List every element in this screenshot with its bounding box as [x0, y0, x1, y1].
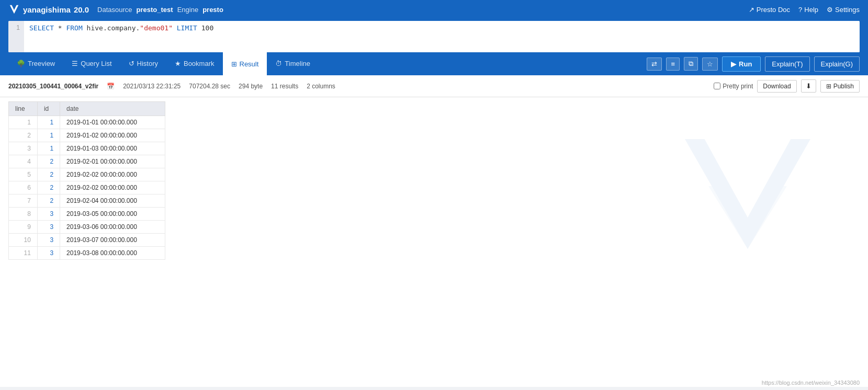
logo-icon [8, 4, 20, 15]
tab-history[interactable]: ↺ History [120, 52, 166, 75]
table-row: 522019-02-02 00:00:00.000 [9, 168, 165, 181]
pretty-print-checkbox[interactable] [714, 83, 720, 89]
copy-button[interactable]: ⧉ [684, 57, 698, 71]
editor-area: 1 SELECT * FROM hive.company."demo01" LI… [0, 19, 868, 52]
watermark [669, 123, 826, 282]
cell-id: 2 [37, 155, 60, 168]
cell-line: 4 [9, 155, 38, 168]
history-icon: ↺ [129, 60, 134, 67]
format-button[interactable]: ≡ [666, 58, 680, 71]
nav-left: yanagishima 20.0 Datasource presto_test … [8, 4, 223, 15]
table-row: 722019-02-04 00:00:00.000 [9, 194, 165, 208]
cell-date: 2019-02-04 00:00:00.000 [60, 194, 165, 208]
cell-line: 7 [9, 194, 38, 208]
external-link-icon: ↗ [749, 6, 754, 14]
table-row: 422019-02-01 00:00:00.000 [9, 155, 165, 168]
col-header-id: id [37, 102, 60, 116]
logo: yanagishima 20.0 [8, 4, 89, 15]
cell-date: 2019-02-02 00:00:00.000 [60, 181, 165, 194]
gear-icon: ⚙ [827, 6, 833, 14]
table-row: 112019-01-01 00:00:00.000 [9, 116, 165, 129]
table-header-row: line id date [9, 102, 165, 116]
duration: 707204.28 sec [189, 83, 230, 90]
top-nav: yanagishima 20.0 Datasource presto_test … [0, 0, 868, 19]
table-row: 832019-03-05 00:00:00.000 [9, 208, 165, 221]
result-meta: 20210305_100441_00064_v2fir 📅 2021/03/13… [8, 83, 335, 90]
table-row: 622019-02-02 00:00:00.000 [9, 181, 165, 194]
cell-line: 2 [9, 129, 38, 142]
columns-count: 2 columns [307, 83, 335, 90]
cell-id: 3 [37, 234, 60, 247]
app-name: yanagishima [23, 5, 71, 14]
toolbar-actions: ⇄ ≡ ⧉ ☆ ▶ Run Explain(T) Explain(G) [647, 56, 860, 72]
run-button[interactable]: ▶ Run [722, 56, 761, 72]
datasource-label: Datasource [97, 6, 132, 14]
settings-link[interactable]: ⚙ Settings [827, 6, 860, 14]
cell-date: 2019-01-01 00:00:00.000 [60, 116, 165, 129]
download-button[interactable]: Download [757, 80, 796, 93]
result-area: 20210305_100441_00064_v2fir 📅 2021/03/13… [0, 75, 868, 387]
cell-id: 1 [37, 116, 60, 129]
cell-id: 2 [37, 181, 60, 194]
help-link[interactable]: ? Help [798, 6, 818, 14]
cell-date: 2019-03-07 00:00:00.000 [60, 234, 165, 247]
list-icon: ☰ [72, 60, 78, 67]
tab-bookmark-label: Bookmark [184, 60, 215, 67]
download-icon-button[interactable]: ⬇ [801, 79, 816, 93]
cell-id: 1 [37, 129, 60, 142]
publish-button[interactable]: ⊞ Publish [820, 80, 860, 93]
cell-id: 2 [37, 194, 60, 208]
datasource-info: Datasource presto_test Engine presto [97, 6, 223, 14]
presto-doc-link[interactable]: ↗ Presto Doc [749, 6, 790, 14]
treeview-icon: 🌳 [17, 60, 25, 67]
cell-line: 5 [9, 168, 38, 181]
publish-icon: ⊞ [826, 83, 831, 90]
cell-id: 1 [37, 142, 60, 155]
table-row: 1032019-03-07 00:00:00.000 [9, 234, 165, 247]
tab-list: 🌳 Treeview ☰ Query List ↺ History ★ Book… [8, 52, 319, 75]
cell-line: 9 [9, 221, 38, 234]
footer-url: https://blog.csdn.net/weixin_34343080 [762, 380, 860, 386]
tab-bookmark[interactable]: ★ Bookmark [166, 52, 223, 75]
explain-g-button[interactable]: Explain(G) [814, 56, 860, 72]
datasource-value: presto_test [137, 6, 173, 14]
tab-treeview-label: Treeview [28, 60, 55, 67]
cell-date: 2019-03-08 00:00:00.000 [60, 247, 165, 260]
col-header-date: date [60, 102, 165, 116]
cell-id: 3 [37, 221, 60, 234]
tab-timeline[interactable]: ⏱ Timeline [267, 52, 319, 75]
cell-line: 8 [9, 208, 38, 221]
toolbar: 🌳 Treeview ☰ Query List ↺ History ★ Book… [0, 52, 868, 75]
switch-button[interactable]: ⇄ [647, 58, 662, 71]
table-row: 1132019-03-08 00:00:00.000 [9, 247, 165, 260]
run-label: Run [739, 60, 752, 68]
cell-date: 2019-02-01 00:00:00.000 [60, 155, 165, 168]
cell-date: 2019-01-03 00:00:00.000 [60, 142, 165, 155]
tab-querylist[interactable]: ☰ Query List [63, 52, 120, 75]
run-icon: ▶ [731, 60, 736, 68]
explain-t-button[interactable]: Explain(T) [765, 56, 809, 72]
cell-id: 3 [37, 208, 60, 221]
settings-label: Settings [835, 6, 860, 14]
star-button[interactable]: ☆ [702, 58, 718, 71]
presto-doc-label: Presto Doc [757, 6, 790, 14]
result-header: 20210305_100441_00064_v2fir 📅 2021/03/13… [0, 75, 868, 97]
tab-treeview[interactable]: 🌳 Treeview [8, 52, 63, 75]
cell-id: 2 [37, 168, 60, 181]
result-icon: ⊞ [231, 60, 237, 68]
tab-result[interactable]: ⊞ Result [223, 52, 267, 75]
app-version: 20.0 [74, 5, 89, 14]
result-table: line id date 112019-01-01 00:00:00.00021… [8, 101, 165, 260]
col-header-line: line [9, 102, 38, 116]
sql-editor[interactable]: SELECT * FROM hive.company."demo01" LIMI… [24, 21, 860, 52]
table-row: 932019-03-06 00:00:00.000 [9, 221, 165, 234]
nav-right: ↗ Presto Doc ? Help ⚙ Settings [749, 6, 860, 14]
line-number: 1 [8, 21, 24, 52]
pretty-print-label[interactable]: Pretty print [714, 83, 753, 90]
results-count: 11 results [271, 83, 298, 90]
timestamp: 2021/03/13 22:31:25 [123, 83, 181, 90]
calendar-icon: 📅 [107, 83, 115, 90]
result-table-wrapper: line id date 112019-01-01 00:00:00.00021… [0, 97, 868, 264]
engine-value: presto [202, 6, 223, 14]
cell-line: 10 [9, 234, 38, 247]
